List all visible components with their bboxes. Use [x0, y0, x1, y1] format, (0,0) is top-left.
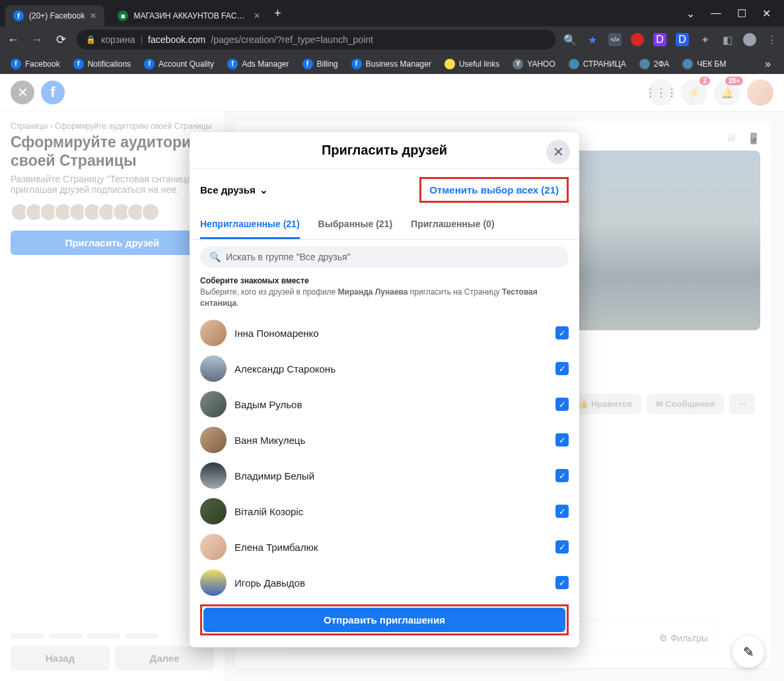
- back-icon[interactable]: ←: [5, 33, 21, 47]
- search-icon: 🔍: [209, 252, 221, 262]
- browser-tab-0[interactable]: f (20+) Facebook ✕: [5, 5, 104, 26]
- new-tab-button[interactable]: +: [268, 7, 287, 20]
- lock-icon: 🔒: [86, 35, 96, 44]
- bookmark-item[interactable]: 🌐СТРАНИЦА: [563, 56, 631, 72]
- send-invites-button[interactable]: Отправить приглашения: [203, 608, 565, 632]
- url-domain: facebook.com: [148, 34, 205, 45]
- bookmark-item[interactable]: YYAHOO: [507, 56, 560, 72]
- extensions-icon[interactable]: ✦: [698, 33, 711, 46]
- chevron-down-icon[interactable]: ⌄: [686, 7, 695, 20]
- sidepanel-icon[interactable]: ◧: [721, 33, 734, 46]
- bookmark-item[interactable]: fBusiness Manager: [346, 56, 437, 72]
- close-icon[interactable]: ✕: [762, 7, 771, 20]
- bookmarks-bar: fFacebook fNotifications fAccount Qualit…: [0, 53, 784, 74]
- modal-tabs: Неприглашенные (21) Выбранные (21) Пригл…: [190, 211, 579, 240]
- ext-icon[interactable]: D: [653, 33, 666, 46]
- chevron-down-icon: ⌄: [260, 184, 268, 196]
- deselect-all-button[interactable]: Отменить выбор всех (21): [419, 177, 569, 203]
- browser-address-bar: ← → ⟳ 🔒 корзина | facebook.com/pages/cre…: [0, 26, 784, 53]
- checkbox-checked-icon[interactable]: ✓: [555, 326, 569, 340]
- avatar: [200, 569, 227, 596]
- facebook-favicon-icon: f: [13, 11, 24, 21]
- bookmark-item[interactable]: 🌐ЧЕК БМ: [677, 56, 731, 72]
- minimize-icon[interactable]: ―: [711, 7, 721, 20]
- avatar: [200, 391, 227, 417]
- ext-icon[interactable]: </>: [608, 33, 622, 46]
- close-tab-icon[interactable]: ✕: [254, 11, 260, 20]
- modal-title: Пригласить друзей: [200, 143, 569, 158]
- menu-icon[interactable]: ⋮: [766, 33, 779, 46]
- ext-icon[interactable]: D: [676, 33, 689, 46]
- friend-row[interactable]: Владимир Белый✓: [200, 458, 569, 493]
- bookmark-item[interactable]: fNotifications: [68, 56, 136, 72]
- friend-row[interactable]: Ваня Микулець✓: [200, 422, 569, 458]
- close-modal-button[interactable]: ✕: [546, 140, 570, 164]
- tab-selected[interactable]: Выбранные (21): [318, 211, 393, 239]
- checkbox-checked-icon[interactable]: ✓: [555, 576, 569, 589]
- url-path: /pages/creation/?ref_type=launch_point: [211, 34, 373, 45]
- bookmark-item[interactable]: fAccount Quality: [139, 56, 219, 72]
- profile-icon[interactable]: [743, 33, 756, 46]
- avatar: [200, 320, 227, 346]
- avatar: [200, 355, 227, 382]
- friend-row[interactable]: Віталій Козоріс✓: [200, 493, 569, 529]
- friends-list: Інна Пономаренко✓ Александр Староконь✓ В…: [190, 312, 579, 596]
- favicon-icon: ■: [118, 11, 128, 21]
- bookmarks-overflow-icon[interactable]: »: [765, 58, 779, 70]
- omnibox[interactable]: 🔒 корзина | facebook.com/pages/creation/…: [77, 30, 555, 50]
- search-icon[interactable]: 🔍: [563, 33, 577, 46]
- checkbox-checked-icon[interactable]: ✓: [555, 362, 569, 375]
- browser-tab-1[interactable]: ■ МАГАЗИН АККАУНТОВ FACEBO ✕: [110, 5, 268, 26]
- maximize-icon[interactable]: ☐: [737, 7, 746, 20]
- avatar: [200, 462, 227, 489]
- friend-row[interactable]: Игорь Давыдов✓: [200, 565, 569, 596]
- browser-titlebar: f (20+) Facebook ✕ ■ МАГАЗИН АККАУНТОВ F…: [0, 0, 784, 26]
- ext-icon[interactable]: [631, 33, 644, 46]
- friend-row[interactable]: Елена Тримбалюк✓: [200, 529, 569, 565]
- url-prefix: корзина: [101, 34, 135, 45]
- compose-fab[interactable]: ✎: [732, 636, 764, 668]
- checkbox-checked-icon[interactable]: ✓: [555, 505, 569, 518]
- checkbox-checked-icon[interactable]: ✓: [555, 398, 569, 411]
- reload-icon[interactable]: ⟳: [53, 32, 69, 47]
- bookmark-item[interactable]: fFacebook: [5, 56, 65, 72]
- modal-description: Соберите знакомых вместе Выберите, кого …: [190, 271, 579, 312]
- checkbox-checked-icon[interactable]: ✓: [555, 469, 569, 482]
- bookmark-item[interactable]: Useful links: [439, 56, 505, 72]
- star-icon[interactable]: ★: [586, 33, 599, 46]
- tab-invited[interactable]: Приглашенные (0): [411, 211, 495, 239]
- bookmark-item[interactable]: fBilling: [297, 56, 343, 72]
- checkbox-checked-icon[interactable]: ✓: [555, 433, 569, 447]
- invite-friends-modal: Пригласить друзей ✕ Все друзья ⌄ Отменит…: [190, 132, 579, 647]
- filter-dropdown[interactable]: Все друзья ⌄: [200, 184, 268, 196]
- avatar: [200, 534, 227, 560]
- friend-row[interactable]: Вадым Рульов✓: [200, 386, 569, 422]
- close-tab-icon[interactable]: ✕: [90, 11, 96, 20]
- window-controls: ⌄ ― ☐ ✕: [686, 7, 784, 20]
- tab-title: МАГАЗИН АККАУНТОВ FACEBO: [133, 11, 248, 20]
- tab-title: (20+) Facebook: [29, 11, 85, 20]
- search-input[interactable]: 🔍 Искать в группе "Все друзья": [200, 246, 569, 268]
- forward-icon[interactable]: →: [29, 33, 45, 47]
- checkbox-checked-icon[interactable]: ✓: [555, 540, 569, 554]
- bookmark-item[interactable]: 🌐2ФА: [634, 56, 675, 72]
- avatar: [200, 498, 227, 524]
- search-placeholder: Искать в группе "Все друзья": [226, 252, 351, 262]
- toolbar-icons: 🔍 ★ </> D D ✦ ◧ ⋮: [563, 33, 779, 46]
- tab-not-invited[interactable]: Неприглашенные (21): [200, 211, 300, 239]
- bookmark-item[interactable]: fAds Manager: [222, 56, 294, 72]
- friend-row[interactable]: Александр Староконь✓: [200, 351, 569, 386]
- friend-row[interactable]: Інна Пономаренко✓: [200, 315, 569, 351]
- avatar: [200, 427, 227, 453]
